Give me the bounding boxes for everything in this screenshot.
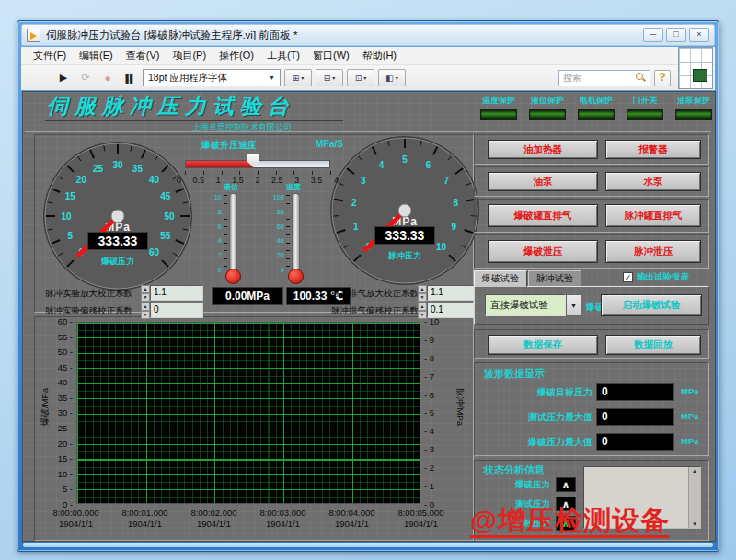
control-button[interactable]: 爆破泄压 (488, 240, 598, 263)
spin-up-icon[interactable]: ▲ (141, 285, 150, 293)
spin-up-icon[interactable]: ▲ (418, 303, 427, 311)
spin-up-icon[interactable]: ▲ (141, 303, 150, 311)
x-tick-date: 1904/1/1 (248, 519, 317, 530)
chart-x-axis: 8:00:00.0001904/1/18:00:01.0001904/1/18:… (41, 508, 455, 530)
svg-text:40: 40 (149, 175, 160, 185)
svg-text:35: 35 (132, 164, 144, 174)
font-selector[interactable]: 18pt 应用程序字体 ▼ (143, 69, 281, 86)
align-objects-button[interactable]: ⊞▾ (284, 69, 312, 86)
control-button[interactable]: 爆破罐直排气 (488, 204, 598, 227)
slider-tickmarks (185, 171, 331, 175)
svg-text:25: 25 (93, 164, 104, 174)
control-button[interactable]: 脉冲罐直排气 (605, 204, 701, 227)
pulse-gauge-display: 333.33 (374, 226, 435, 245)
tab-pulse-test[interactable]: 脉冲试验 (528, 270, 581, 287)
gauge-dial: 012345678910MPa (327, 132, 483, 289)
coefficient-input[interactable]: 0.1 (427, 303, 475, 318)
protection-led-icon (529, 109, 566, 120)
control-button[interactable]: 脉冲泄压 (605, 240, 701, 263)
protection-label: 油泵保护 (677, 95, 710, 107)
data-save-button[interactable]: 数据保存 (488, 335, 598, 355)
minimize-button[interactable]: ─ (643, 28, 663, 42)
x-tick-time: 8:00:02.000 (179, 508, 248, 519)
numeric-spinner[interactable]: ▲▼ (141, 285, 150, 301)
thermometer-tick-label: 40 (277, 236, 284, 245)
menu-item-4[interactable]: 操作(O) (213, 47, 260, 64)
numeric-spinner[interactable]: ▲▼ (141, 303, 150, 318)
caption-buttons: ─ □ × (643, 28, 709, 42)
pressure-rise-slider[interactable] (185, 160, 330, 168)
menu-item-2[interactable]: 查看(V) (120, 47, 167, 64)
menu-item-6[interactable]: 窗口(W) (306, 47, 356, 64)
y-axis-tick: 20 - (58, 439, 73, 449)
menu-item-3[interactable]: 项目(P) (166, 47, 213, 64)
control-button[interactable]: 水泵 (605, 172, 701, 191)
menu-item-0[interactable]: 文件(F) (27, 47, 73, 64)
abort-icon[interactable]: ● (98, 69, 117, 86)
spin-down-icon[interactable]: ▼ (141, 311, 150, 319)
title-bar[interactable]: 伺服脉冲压力试验台 [爆破脉冲试验主程序.vi] 前面板 * ─ □ × (21, 24, 715, 46)
svg-text:45: 45 (160, 191, 171, 201)
tab-burst-test[interactable]: 爆破试验 (474, 270, 527, 287)
svg-text:1: 1 (353, 222, 359, 232)
coefficient-input[interactable]: 1.1 (150, 285, 203, 301)
slider-unit: MPa/S (316, 139, 343, 149)
spin-down-icon[interactable]: ▼ (418, 311, 427, 319)
spin-up-icon[interactable]: ▲ (418, 285, 427, 293)
report-checkbox[interactable]: ✓ 输出试验报表 (623, 271, 689, 283)
search-input[interactable]: 搜索 (558, 70, 650, 86)
svg-text:8: 8 (454, 198, 459, 208)
x-tick-date: 1904/1/1 (179, 519, 248, 530)
labview-window: 伺服脉冲压力试验台 [爆破脉冲试验主程序.vi] 前面板 * ─ □ × 文件(… (17, 20, 719, 552)
scroll-up-icon[interactable]: ▲ (692, 468, 697, 474)
pulse-pressure-gauge: 012345678910MPa (327, 132, 483, 289)
front-panel-grid-icon[interactable] (678, 47, 713, 89)
numeric-spinner[interactable]: ▲▼ (418, 285, 427, 301)
waveform-row-label: 测试压力最大值 (478, 411, 592, 424)
help-button[interactable]: ? (654, 70, 671, 86)
scrollbar[interactable]: ▲ ▼ (688, 467, 700, 528)
spin-down-icon[interactable]: ▼ (418, 293, 427, 302)
menu-item-5[interactable]: 工具(T) (260, 47, 306, 64)
x-tick-time: 8:00:04.000 (317, 508, 386, 519)
maximize-button[interactable]: □ (666, 28, 686, 42)
svg-text:5: 5 (402, 154, 408, 165)
protection-led-icon (480, 109, 517, 120)
checkbox-check-icon[interactable]: ✓ (623, 272, 633, 282)
waveform-row-label: 爆破压力最大值 (478, 436, 592, 449)
thermometer-bulb-icon (288, 269, 304, 284)
chevron-up-icon: ∧ (562, 480, 570, 490)
x-tick-time: 8:00:03.000 (248, 508, 317, 519)
reorder-button[interactable]: ◧▾ (378, 69, 406, 86)
x-axis-tick: 8:00:01.0001904/1/1 (110, 508, 179, 530)
waveform-chart-plot (76, 322, 420, 504)
scroll-down-icon[interactable]: ▼ (692, 521, 697, 527)
menu-item-1[interactable]: 编辑(E) (73, 47, 120, 64)
menu-bar: 文件(F)编辑(E)查看(V)项目(P)操作(O)工具(T)窗口(W)帮助(H) (21, 47, 715, 65)
waveform-row-unit: MPa (681, 411, 699, 421)
resize-objects-button[interactable]: ⊡▾ (347, 69, 374, 86)
status-panel-title: 状态分析信息 (484, 463, 545, 477)
numeric-spinner[interactable]: ▲▼ (418, 303, 427, 318)
control-button[interactable]: 油加热器 (488, 140, 598, 159)
menu-item-7[interactable]: 帮助(H) (356, 47, 403, 64)
distribute-objects-button[interactable]: ⊟▾ (316, 69, 343, 86)
coefficient-input[interactable]: 0 (150, 303, 203, 318)
control-button[interactable]: 油泵 (488, 172, 598, 191)
slider-label: 爆破升压速度 (201, 139, 257, 152)
run-continuous-icon[interactable]: ⟳ (76, 69, 95, 86)
close-button[interactable]: × (689, 28, 709, 42)
dropdown-arrow-icon[interactable]: ▼ (566, 294, 581, 316)
spin-down-icon[interactable]: ▼ (141, 293, 150, 302)
test-mode-dropdown[interactable]: 直接爆破试验 (485, 294, 566, 316)
control-button[interactable]: 报警器 (605, 140, 701, 159)
temperature-thermometer: 温度100806040200 (264, 182, 323, 289)
coefficient-input[interactable]: 1.1 (427, 285, 475, 301)
svg-text:7: 7 (444, 176, 450, 186)
run-icon[interactable]: ▶ (54, 69, 73, 86)
pause-icon[interactable]: ▌▌ (121, 69, 139, 86)
thermometer-tick-label: 100 (272, 193, 284, 201)
data-playback-button[interactable]: 数据回放 (605, 335, 701, 355)
y-axis-tick: 15 - (58, 453, 73, 463)
start-burst-test-button[interactable]: 启动爆破试验 (601, 294, 702, 316)
